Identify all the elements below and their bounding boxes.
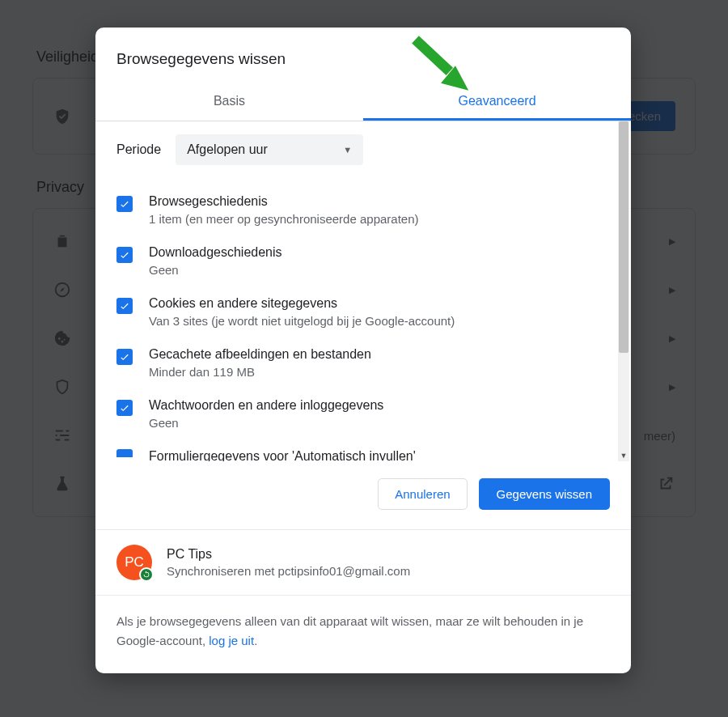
scrollbar-thumb[interactable] [619, 121, 629, 353]
account-name: PC Tips [167, 547, 410, 562]
dialog-title: Browsegegevens wissen [95, 28, 631, 83]
sync-badge-icon [139, 567, 154, 582]
dialog-tabs: Basis Geavanceerd [95, 83, 631, 121]
checkbox-cookies[interactable] [116, 298, 133, 314]
period-label: Periode [116, 142, 161, 157]
footer-text: Als je browsegegevens alleen van dit app… [116, 614, 583, 647]
checkbox-cached-images[interactable] [116, 349, 133, 365]
time-range-select[interactable]: Afgelopen uur ▼ [176, 134, 363, 165]
account-row: PC PC Tips Synchroniseren met pctipsinfo… [95, 529, 631, 595]
checkbox-browsing-history[interactable] [116, 196, 133, 212]
item-title: Cookies en andere sitegegevens [149, 296, 455, 311]
time-range-value: Afgelopen uur [187, 142, 268, 157]
item-subtitle: Geen [149, 416, 383, 430]
checkbox-download-history[interactable] [116, 247, 133, 263]
item-title: Downloadgeschiedenis [149, 245, 282, 260]
avatar: PC [116, 545, 152, 580]
dialog-footer-message: Als je browsegegevens alleen van dit app… [95, 595, 631, 673]
item-title: Gecachete afbeeldingen en bestanden [149, 347, 371, 362]
item-title: Formuliergegevens voor 'Automatisch invu… [149, 449, 416, 461]
item-subtitle: Minder dan 119 MB [149, 365, 371, 379]
scroll-down-arrow-icon[interactable]: ▼ [618, 450, 629, 461]
scrollbar-vertical[interactable]: ▲ ▼ [618, 121, 629, 461]
sign-out-link[interactable]: log je uit [209, 634, 254, 647]
avatar-initials: PC [125, 554, 144, 571]
tab-basic[interactable]: Basis [95, 83, 363, 121]
checkbox-passwords[interactable] [116, 400, 133, 416]
item-subtitle: Geen [149, 263, 282, 277]
footer-text-after: . [254, 634, 257, 647]
account-sync-text: Synchroniseren met pctipsinfo01@gmail.co… [167, 564, 410, 578]
checkbox-autofill-partial[interactable] [116, 449, 133, 457]
dialog-scroll-area: Periode Afgelopen uur ▼ Browsegeschieden… [95, 121, 631, 461]
item-title: Browsegeschiedenis [149, 194, 419, 209]
chevron-down-icon: ▼ [343, 145, 352, 155]
item-title: Wachtwoorden en andere inloggegevens [149, 398, 383, 413]
clear-data-button[interactable]: Gegevens wissen [479, 478, 610, 510]
item-subtitle: Van 3 sites (je wordt niet uitgelogd bij… [149, 314, 455, 328]
tab-advanced[interactable]: Geavanceerd [363, 83, 631, 121]
clear-browsing-data-dialog: Browsegegevens wissen Basis Geavanceerd … [95, 28, 631, 673]
cancel-button[interactable]: Annuleren [378, 478, 467, 510]
item-subtitle: 1 item (en meer op gesynchroniseerde app… [149, 212, 419, 226]
